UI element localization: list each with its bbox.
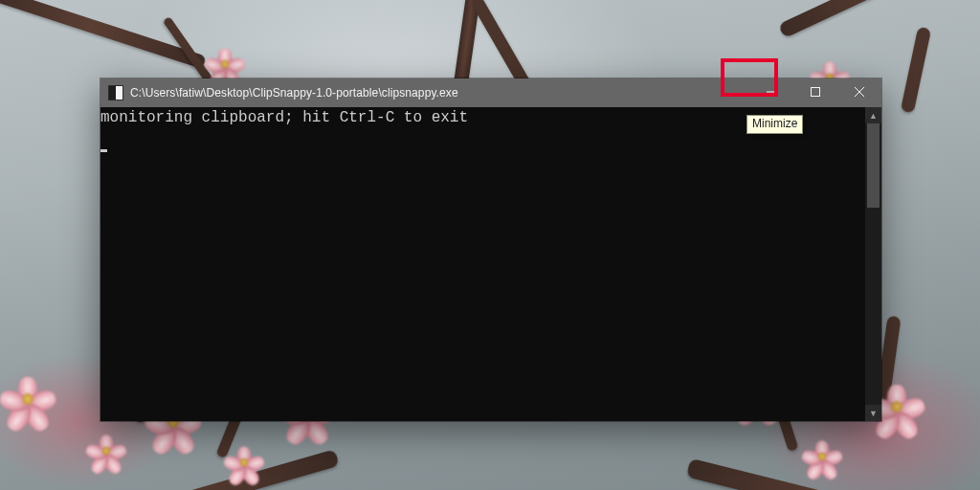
- minimize-button[interactable]: [749, 78, 793, 107]
- close-icon: [855, 86, 864, 100]
- window-title: C:\Users\fatiw\Desktop\ClipSnappy-1.0-po…: [130, 86, 458, 100]
- client-area: monitoring clipboard; hit Ctrl-C to exit…: [100, 107, 881, 421]
- minimize-tooltip: Minimize: [746, 115, 803, 134]
- titlebar[interactable]: C:\Users\fatiw\Desktop\ClipSnappy-1.0-po…: [100, 78, 881, 107]
- bg-flower: [90, 434, 122, 466]
- close-button[interactable]: [837, 78, 881, 107]
- console-line: monitoring clipboard; hit Ctrl-C to exit: [100, 109, 468, 126]
- scroll-up-button[interactable]: ▲: [865, 107, 881, 123]
- text-cursor: [100, 149, 107, 152]
- bg-flower: [6, 377, 50, 421]
- scrollbar-track[interactable]: [865, 123, 881, 405]
- chevron-up-icon: ▲: [869, 111, 878, 121]
- app-icon: [108, 85, 123, 100]
- maximize-button[interactable]: [793, 78, 837, 107]
- bg-branch: [0, 449, 340, 490]
- vertical-scrollbar[interactable]: ▲ ▼: [865, 107, 881, 421]
- bg-flower: [209, 48, 240, 79]
- bg-flower: [806, 440, 837, 472]
- console-window: C:\Users\fatiw\Desktop\ClipSnappy-1.0-po…: [100, 78, 881, 421]
- bg-branch: [778, 0, 980, 38]
- maximize-icon: [811, 86, 820, 100]
- svg-rect-1: [812, 88, 820, 97]
- console-output[interactable]: monitoring clipboard; hit Ctrl-C to exit: [100, 107, 865, 421]
- scrollbar-thumb[interactable]: [867, 123, 880, 208]
- bg-flower: [228, 446, 259, 478]
- minimize-icon: [767, 86, 776, 100]
- chevron-down-icon: ▼: [869, 409, 878, 418]
- scroll-down-button[interactable]: ▼: [865, 405, 881, 421]
- bg-branch: [901, 27, 931, 114]
